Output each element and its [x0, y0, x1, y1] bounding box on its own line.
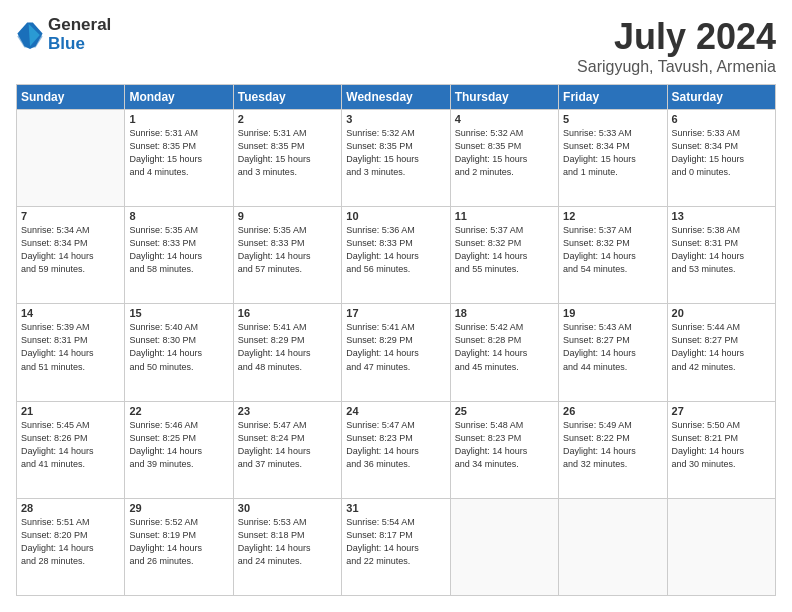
day-info: Sunrise: 5:37 AM Sunset: 8:32 PM Dayligh… [563, 224, 662, 276]
day-info: Sunrise: 5:48 AM Sunset: 8:23 PM Dayligh… [455, 419, 554, 471]
col-monday: Monday [125, 85, 233, 110]
day-info: Sunrise: 5:34 AM Sunset: 8:34 PM Dayligh… [21, 224, 120, 276]
col-sunday: Sunday [17, 85, 125, 110]
col-wednesday: Wednesday [342, 85, 450, 110]
table-row: 18Sunrise: 5:42 AM Sunset: 8:28 PM Dayli… [450, 304, 558, 401]
location-title: Sarigyugh, Tavush, Armenia [577, 58, 776, 76]
table-row: 25Sunrise: 5:48 AM Sunset: 8:23 PM Dayli… [450, 401, 558, 498]
table-row [450, 498, 558, 595]
table-row: 20Sunrise: 5:44 AM Sunset: 8:27 PM Dayli… [667, 304, 775, 401]
table-row: 30Sunrise: 5:53 AM Sunset: 8:18 PM Dayli… [233, 498, 341, 595]
day-info: Sunrise: 5:38 AM Sunset: 8:31 PM Dayligh… [672, 224, 771, 276]
day-number: 27 [672, 405, 771, 417]
col-tuesday: Tuesday [233, 85, 341, 110]
day-number: 17 [346, 307, 445, 319]
calendar-week-row: 21Sunrise: 5:45 AM Sunset: 8:26 PM Dayli… [17, 401, 776, 498]
table-row: 11Sunrise: 5:37 AM Sunset: 8:32 PM Dayli… [450, 207, 558, 304]
day-info: Sunrise: 5:35 AM Sunset: 8:33 PM Dayligh… [129, 224, 228, 276]
day-info: Sunrise: 5:53 AM Sunset: 8:18 PM Dayligh… [238, 516, 337, 568]
table-row: 16Sunrise: 5:41 AM Sunset: 8:29 PM Dayli… [233, 304, 341, 401]
day-info: Sunrise: 5:42 AM Sunset: 8:28 PM Dayligh… [455, 321, 554, 373]
table-row: 19Sunrise: 5:43 AM Sunset: 8:27 PM Dayli… [559, 304, 667, 401]
table-row [17, 110, 125, 207]
day-info: Sunrise: 5:39 AM Sunset: 8:31 PM Dayligh… [21, 321, 120, 373]
table-row: 21Sunrise: 5:45 AM Sunset: 8:26 PM Dayli… [17, 401, 125, 498]
table-row [559, 498, 667, 595]
day-number: 15 [129, 307, 228, 319]
table-row: 6Sunrise: 5:33 AM Sunset: 8:34 PM Daylig… [667, 110, 775, 207]
table-row: 28Sunrise: 5:51 AM Sunset: 8:20 PM Dayli… [17, 498, 125, 595]
table-row: 27Sunrise: 5:50 AM Sunset: 8:21 PM Dayli… [667, 401, 775, 498]
day-number: 6 [672, 113, 771, 125]
day-number: 7 [21, 210, 120, 222]
day-info: Sunrise: 5:43 AM Sunset: 8:27 PM Dayligh… [563, 321, 662, 373]
col-friday: Friday [559, 85, 667, 110]
table-row: 9Sunrise: 5:35 AM Sunset: 8:33 PM Daylig… [233, 207, 341, 304]
table-row: 14Sunrise: 5:39 AM Sunset: 8:31 PM Dayli… [17, 304, 125, 401]
day-info: Sunrise: 5:35 AM Sunset: 8:33 PM Dayligh… [238, 224, 337, 276]
day-number: 14 [21, 307, 120, 319]
day-info: Sunrise: 5:47 AM Sunset: 8:23 PM Dayligh… [346, 419, 445, 471]
table-row: 5Sunrise: 5:33 AM Sunset: 8:34 PM Daylig… [559, 110, 667, 207]
header: General Blue July 2024 Sarigyugh, Tavush… [16, 16, 776, 76]
day-number: 13 [672, 210, 771, 222]
table-row: 24Sunrise: 5:47 AM Sunset: 8:23 PM Dayli… [342, 401, 450, 498]
day-number: 8 [129, 210, 228, 222]
table-row: 13Sunrise: 5:38 AM Sunset: 8:31 PM Dayli… [667, 207, 775, 304]
day-info: Sunrise: 5:47 AM Sunset: 8:24 PM Dayligh… [238, 419, 337, 471]
day-info: Sunrise: 5:44 AM Sunset: 8:27 PM Dayligh… [672, 321, 771, 373]
calendar-week-row: 28Sunrise: 5:51 AM Sunset: 8:20 PM Dayli… [17, 498, 776, 595]
calendar-table: Sunday Monday Tuesday Wednesday Thursday… [16, 84, 776, 596]
day-info: Sunrise: 5:33 AM Sunset: 8:34 PM Dayligh… [672, 127, 771, 179]
day-number: 30 [238, 502, 337, 514]
table-row: 23Sunrise: 5:47 AM Sunset: 8:24 PM Dayli… [233, 401, 341, 498]
col-saturday: Saturday [667, 85, 775, 110]
day-number: 12 [563, 210, 662, 222]
day-number: 11 [455, 210, 554, 222]
table-row: 2Sunrise: 5:31 AM Sunset: 8:35 PM Daylig… [233, 110, 341, 207]
day-number: 2 [238, 113, 337, 125]
day-number: 28 [21, 502, 120, 514]
day-number: 19 [563, 307, 662, 319]
day-info: Sunrise: 5:32 AM Sunset: 8:35 PM Dayligh… [455, 127, 554, 179]
day-number: 29 [129, 502, 228, 514]
calendar-week-row: 7Sunrise: 5:34 AM Sunset: 8:34 PM Daylig… [17, 207, 776, 304]
day-number: 25 [455, 405, 554, 417]
table-row: 26Sunrise: 5:49 AM Sunset: 8:22 PM Dayli… [559, 401, 667, 498]
day-info: Sunrise: 5:40 AM Sunset: 8:30 PM Dayligh… [129, 321, 228, 373]
calendar-header-row: Sunday Monday Tuesday Wednesday Thursday… [17, 85, 776, 110]
day-info: Sunrise: 5:41 AM Sunset: 8:29 PM Dayligh… [238, 321, 337, 373]
day-info: Sunrise: 5:54 AM Sunset: 8:17 PM Dayligh… [346, 516, 445, 568]
day-number: 1 [129, 113, 228, 125]
logo-icon [16, 21, 44, 49]
page: General Blue July 2024 Sarigyugh, Tavush… [0, 0, 792, 612]
table-row: 17Sunrise: 5:41 AM Sunset: 8:29 PM Dayli… [342, 304, 450, 401]
day-number: 20 [672, 307, 771, 319]
day-number: 5 [563, 113, 662, 125]
table-row: 29Sunrise: 5:52 AM Sunset: 8:19 PM Dayli… [125, 498, 233, 595]
day-number: 4 [455, 113, 554, 125]
day-info: Sunrise: 5:49 AM Sunset: 8:22 PM Dayligh… [563, 419, 662, 471]
calendar-week-row: 14Sunrise: 5:39 AM Sunset: 8:31 PM Dayli… [17, 304, 776, 401]
logo-blue: Blue [48, 35, 111, 54]
day-info: Sunrise: 5:32 AM Sunset: 8:35 PM Dayligh… [346, 127, 445, 179]
day-info: Sunrise: 5:46 AM Sunset: 8:25 PM Dayligh… [129, 419, 228, 471]
day-info: Sunrise: 5:41 AM Sunset: 8:29 PM Dayligh… [346, 321, 445, 373]
table-row: 10Sunrise: 5:36 AM Sunset: 8:33 PM Dayli… [342, 207, 450, 304]
calendar-week-row: 1Sunrise: 5:31 AM Sunset: 8:35 PM Daylig… [17, 110, 776, 207]
day-number: 24 [346, 405, 445, 417]
day-info: Sunrise: 5:50 AM Sunset: 8:21 PM Dayligh… [672, 419, 771, 471]
day-info: Sunrise: 5:52 AM Sunset: 8:19 PM Dayligh… [129, 516, 228, 568]
day-number: 31 [346, 502, 445, 514]
table-row: 15Sunrise: 5:40 AM Sunset: 8:30 PM Dayli… [125, 304, 233, 401]
table-row: 3Sunrise: 5:32 AM Sunset: 8:35 PM Daylig… [342, 110, 450, 207]
table-row: 4Sunrise: 5:32 AM Sunset: 8:35 PM Daylig… [450, 110, 558, 207]
title-block: July 2024 Sarigyugh, Tavush, Armenia [577, 16, 776, 76]
day-info: Sunrise: 5:31 AM Sunset: 8:35 PM Dayligh… [238, 127, 337, 179]
day-info: Sunrise: 5:31 AM Sunset: 8:35 PM Dayligh… [129, 127, 228, 179]
day-number: 9 [238, 210, 337, 222]
month-title: July 2024 [577, 16, 776, 58]
day-number: 21 [21, 405, 120, 417]
day-info: Sunrise: 5:51 AM Sunset: 8:20 PM Dayligh… [21, 516, 120, 568]
day-number: 26 [563, 405, 662, 417]
